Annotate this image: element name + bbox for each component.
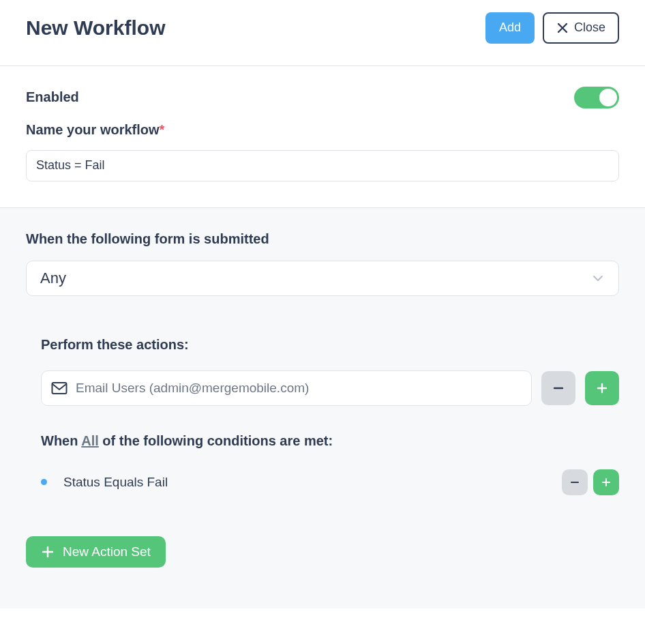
plus-icon — [41, 545, 55, 559]
plus-icon — [601, 478, 611, 487]
conditions-suffix: of the following conditions are met: — [99, 433, 333, 448]
add-action-button[interactable] — [585, 371, 619, 405]
minus-icon — [552, 382, 565, 394]
plus-icon — [596, 382, 608, 394]
enabled-label: Enabled — [26, 89, 79, 105]
page-title: New Workflow — [26, 16, 165, 40]
actions-section: Perform these actions: Email Users (admi… — [0, 310, 645, 609]
new-action-set-button[interactable]: New Action Set — [26, 536, 166, 568]
chevron-down-icon — [591, 272, 605, 285]
dialog-header: New Workflow Add Close — [0, 0, 645, 65]
condition-row: Status Equals Fail — [41, 469, 619, 495]
trigger-label: When the following form is submitted — [26, 231, 619, 247]
enabled-toggle[interactable] — [574, 87, 619, 108]
mail-icon — [51, 381, 68, 395]
name-label-text: Name your workflow — [26, 122, 160, 137]
minus-icon — [570, 478, 580, 487]
trigger-form-select[interactable]: Any — [26, 261, 619, 296]
enabled-section: Enabled — [0, 65, 645, 115]
add-button[interactable]: Add — [485, 12, 535, 44]
header-actions: Add Close — [485, 12, 619, 44]
remove-action-button[interactable] — [541, 371, 575, 405]
trigger-section: When the following form is submitted Any — [0, 207, 645, 310]
conditions-mode-toggle[interactable]: All — [81, 433, 99, 448]
bullet-icon — [41, 479, 47, 485]
add-button-label: Add — [499, 20, 521, 35]
close-button-label: Close — [574, 20, 605, 35]
action-item-text: Email Users (admin@mergemobile.com) — [76, 381, 309, 396]
add-condition-button[interactable] — [593, 469, 619, 495]
svg-rect-0 — [52, 383, 67, 394]
required-mark: * — [160, 122, 165, 137]
action-row: Email Users (admin@mergemobile.com) — [41, 370, 619, 406]
condition-text[interactable]: Status Equals Fail — [63, 475, 545, 490]
name-label: Name your workflow* — [26, 122, 619, 138]
toggle-knob — [599, 89, 617, 106]
conditions-prefix: When — [41, 433, 81, 448]
action-item[interactable]: Email Users (admin@mergemobile.com) — [41, 370, 532, 406]
name-section: Name your workflow* — [0, 115, 645, 207]
remove-condition-button[interactable] — [562, 469, 588, 495]
new-action-set-label: New Action Set — [63, 544, 151, 559]
trigger-selected-value: Any — [40, 269, 66, 287]
close-button[interactable]: Close — [543, 12, 619, 44]
conditions-heading: When All of the following conditions are… — [41, 433, 619, 449]
actions-label: Perform these actions: — [41, 337, 619, 353]
close-icon — [556, 22, 569, 34]
workflow-name-input[interactable] — [26, 150, 619, 181]
